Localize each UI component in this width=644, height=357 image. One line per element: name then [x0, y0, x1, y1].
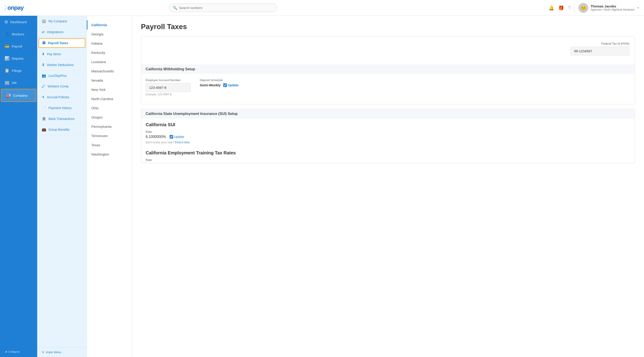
logo[interactable]: ⁚ onpay. [4, 4, 24, 11]
sidebar-item-hr[interactable]: 🏢 HR [0, 77, 37, 89]
state-item-kentucky[interactable]: Kentucky [87, 48, 132, 57]
sui-section-header: California State Unemployment Insurance … [141, 109, 635, 119]
state-item-texas[interactable]: Texas [87, 140, 132, 150]
main-content: Payroll Taxes Federal Tax Id (FEIN) 99-1… [132, 16, 644, 357]
hr-nav-icon: 🏢 [4, 80, 10, 85]
sidebar: ⊞ Dashboard 👤 Workers 💳 Payroll 📊 Report… [0, 16, 37, 357]
submenu-item-payment-history[interactable]: 📄 Payment History [37, 102, 86, 113]
submenu-item-workers-comp[interactable]: 🖊 Workers Comp [37, 81, 86, 92]
integrations-submenu-icon: ⇄ [42, 30, 45, 34]
notifications-icon[interactable]: 🔔 [548, 5, 554, 10]
state-item-ohio[interactable]: Ohio [87, 103, 132, 113]
state-item-tennessee[interactable]: Tennessee [87, 131, 132, 140]
submenu-label-worker-deductions: Worker Deductions [47, 63, 74, 67]
logo-icon: ⁚ [4, 5, 6, 11]
state-item-california[interactable]: California [87, 20, 132, 29]
state-item-louisiana[interactable]: Louisiana [87, 57, 132, 66]
main-container: ⊞ Dashboard 👤 Workers 💳 Payroll 📊 Report… [0, 16, 644, 357]
sidebar-item-filings[interactable]: 📋 Filings [0, 64, 37, 77]
submenu-nav: 🏢 My Company ⇄ Integrations 🏛 Payroll Ta… [37, 16, 86, 135]
page-title: Payroll Taxes [141, 22, 635, 31]
sidebar-item-dashboard[interactable]: ⊞ Dashboard [0, 16, 37, 28]
deposit-section: Deposit Schedule Semi-Weekly Update [200, 78, 238, 87]
submenu-label-pay-items: Pay Items [47, 52, 61, 56]
app-header: ⁚ onpay. 🔍 🔔 🎁 ? 😊 Thomas Jacobs Approve… [0, 0, 644, 16]
state-item-oregon[interactable]: Oregon [87, 113, 132, 122]
user-info: Thomas Jacobs Approver • North Highland … [590, 4, 634, 11]
submenu-item-integrations[interactable]: ⇄ Integrations [37, 26, 86, 37]
deposit-schedule-label: Deposit Schedule [200, 78, 238, 82]
unpin-menu-button[interactable]: ✕ Unpin Menu [37, 347, 86, 357]
loc-dep-pos-submenu-icon: 👥 [42, 73, 46, 78]
unpin-label: Unpin Menu [46, 351, 61, 354]
help-icon[interactable]: ? [568, 5, 570, 10]
workers-comp-submenu-icon: 🖊 [42, 84, 45, 88]
fein-section: Federal Tax Id (FEIN) 99-1234567 [146, 42, 629, 55]
submenu-item-bank-transactions[interactable]: 🏦 Bank Transactions [37, 113, 86, 124]
gifts-icon[interactable]: 🎁 [558, 5, 564, 10]
sidebar-item-reports[interactable]: 📊 Reports [0, 52, 37, 64]
withholding-section-body: Employer Account Number 123-4567-8 Examp… [141, 74, 635, 104]
submenu-item-worker-deductions[interactable]: ⬇ Worker Deductions [37, 59, 86, 70]
state-item-indiana[interactable]: Indiana [87, 39, 132, 48]
collapse-button[interactable]: ◄ Collapse [0, 347, 37, 357]
sidebar-item-label-payroll: Payroll [12, 44, 22, 48]
submenu-item-group-benefits[interactable]: 💼 Group Benefits [37, 124, 86, 135]
submenu-label-integrations: Integrations [47, 30, 63, 34]
user-section[interactable]: 😊 Thomas Jacobs Approver • North Highlan… [574, 3, 640, 13]
find-rate-link[interactable]: Find it here. [175, 141, 190, 144]
sidebar-item-workers[interactable]: 👤 Workers [0, 28, 37, 40]
workers-nav-icon: 👤 [4, 31, 10, 36]
sidebar-item-company[interactable]: 🏭 Company [1, 89, 36, 102]
sidebar-item-label-reports: Reports [12, 56, 24, 60]
employer-account-label: Employer Account Number [146, 78, 191, 82]
deposit-update-checkbox[interactable] [223, 83, 227, 87]
tax-card-withholding: Federal Tax Id (FEIN) 99-1234567 Califor… [141, 36, 635, 104]
dashboard-nav-icon: ⊞ [4, 19, 8, 24]
tax-card-inner: Federal Tax Id (FEIN) 99-1234567 [141, 36, 635, 64]
sui-update-checkbox[interactable] [170, 135, 173, 139]
fein-value[interactable]: 99-1234567 [571, 47, 629, 55]
deposit-update-link[interactable]: Update [223, 83, 238, 87]
user-role: Approver • North Highland Hardware [590, 8, 634, 11]
state-item-nevada[interactable]: Nevada [87, 76, 132, 85]
employer-account-value[interactable]: 123-4567-8 [146, 83, 191, 92]
payroll-taxes-submenu-icon: 🏛 [42, 41, 46, 45]
state-item-massachusetts[interactable]: Massachusetts [87, 66, 132, 76]
state-item-pennsylvania[interactable]: Pennsylvania [87, 122, 132, 131]
submenu-item-payroll-taxes[interactable]: 🏛 Payroll Taxes [38, 38, 85, 48]
reports-nav-icon: 📊 [4, 56, 10, 61]
search-bar[interactable]: 🔍 [169, 3, 277, 12]
payroll-nav-icon: 💳 [4, 44, 10, 49]
state-item-georgia[interactable]: Georgia [87, 29, 132, 39]
submenu-item-pay-items[interactable]: ⬇ Pay Items [37, 49, 86, 59]
sidebar-item-label-dashboard: Dashboard [10, 20, 26, 24]
tax-card-sui: California State Unemployment Insurance … [141, 109, 635, 163]
state-item-washington[interactable]: Washington [87, 150, 132, 159]
sidebar-item-label-hr: HR [12, 81, 17, 85]
sui-update-label: Update [174, 135, 184, 139]
logo-text: onpay. [8, 4, 24, 11]
deposit-schedule-value: Semi-Weekly Update [200, 83, 238, 87]
header-actions: 🔔 🎁 ? 😊 Thomas Jacobs Approver • North H… [548, 3, 640, 13]
rate-value: 6.1000000% [146, 135, 166, 139]
user-dropdown-arrow[interactable]: ▼ [637, 6, 640, 9]
employer-account-example: Example: 123-4567-8 [146, 93, 191, 96]
submenu-label-group-benefits: Group Benefits [48, 128, 70, 131]
pay-items-submenu-icon: ⬇ [42, 52, 45, 56]
state-item-new-york[interactable]: New York [87, 85, 132, 94]
submenu-item-my-company[interactable]: 🏢 My Company [37, 16, 86, 26]
submenu-item-accrual-policies[interactable]: ✈ Accrual Policies [37, 92, 86, 102]
avatar: 😊 [578, 3, 588, 13]
submenu-label-my-company: My Company [48, 19, 67, 23]
rate-row: 6.1000000% Update [141, 135, 635, 141]
search-input[interactable] [179, 6, 273, 10]
submenu-item-loc-dep-pos[interactable]: 👥 Loc/Dep/Pos [37, 70, 86, 81]
sidebar-item-payroll[interactable]: 💳 Payroll [0, 40, 37, 52]
fein-label: Federal Tax Id (FEIN) [602, 42, 629, 45]
employment-training-rate-label: Rate [141, 158, 635, 162]
sui-update-link[interactable]: Update [170, 135, 184, 139]
state-item-north-carolina[interactable]: North Carolina [87, 94, 132, 103]
rate-label: Rate [141, 130, 635, 133]
company-nav-icon: 🏭 [6, 93, 11, 98]
